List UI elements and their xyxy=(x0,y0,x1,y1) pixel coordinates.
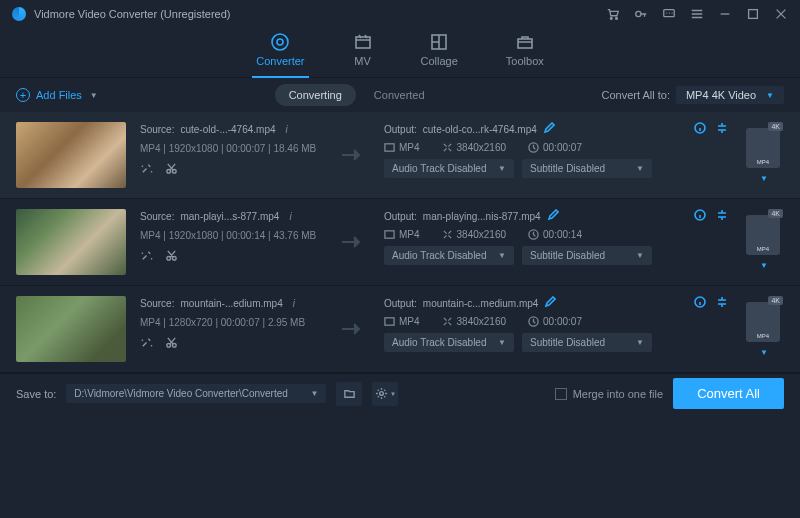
format-badge xyxy=(746,302,780,342)
spec-format: MP4 xyxy=(384,229,420,240)
chevron-down-icon: ▼ xyxy=(760,174,768,183)
chevron-down-icon: ▼ xyxy=(766,91,774,100)
save-path-dropdown[interactable]: D:\Vidmore\Vidmore Video Converter\Conve… xyxy=(66,384,326,403)
source-filename: man-playi...s-877.mp4 xyxy=(180,211,279,222)
chevron-down-icon: ▼ xyxy=(498,338,506,347)
convert-all-label: Convert All to: xyxy=(601,89,669,101)
plus-icon: + xyxy=(16,88,30,102)
video-thumbnail[interactable] xyxy=(16,296,126,362)
video-thumbnail[interactable] xyxy=(16,122,126,188)
source-meta: MP4 | 1920x1080 | 00:00:07 | 18.46 MB xyxy=(140,143,320,154)
subtab-converted[interactable]: Converted xyxy=(374,84,425,106)
key-icon[interactable] xyxy=(634,7,648,21)
subtitle-dropdown[interactable]: Subtitle Disabled▼ xyxy=(522,159,652,178)
tab-mv[interactable]: MV xyxy=(353,32,373,71)
cut-icon[interactable] xyxy=(165,162,178,177)
output-label: Output: xyxy=(384,124,417,135)
info-icon[interactable]: i xyxy=(286,124,288,135)
edit-icon[interactable] xyxy=(544,296,556,310)
effects-icon[interactable] xyxy=(140,249,153,264)
add-files-button[interactable]: + Add Files ▼ xyxy=(16,88,98,102)
spec-resolution: 3840x2160 xyxy=(442,142,507,153)
merge-label: Merge into one file xyxy=(573,388,664,400)
chevron-down-icon: ▼ xyxy=(90,91,98,100)
tab-label: Collage xyxy=(421,55,458,67)
tab-converter[interactable]: Converter xyxy=(256,32,304,71)
svg-rect-18 xyxy=(385,231,394,238)
settings-button[interactable]: ▼ xyxy=(372,382,398,406)
file-item[interactable]: Source:cute-old-...-4764.mp4i MP4 | 1920… xyxy=(0,112,800,199)
tab-label: MV xyxy=(354,55,371,67)
svg-rect-9 xyxy=(518,39,532,48)
spec-format: MP4 xyxy=(384,316,420,327)
menu-icon[interactable] xyxy=(690,7,704,21)
audio-track-dropdown[interactable]: Audio Track Disabled▼ xyxy=(384,246,514,265)
source-filename: cute-old-...-4764.mp4 xyxy=(180,124,275,135)
output-format-selector[interactable]: MP4 4K Video ▼ xyxy=(676,86,784,104)
cut-icon[interactable] xyxy=(165,336,178,351)
svg-point-1 xyxy=(616,18,618,20)
audio-track-dropdown[interactable]: Audio Track Disabled▼ xyxy=(384,333,514,352)
svg-rect-13 xyxy=(385,144,394,151)
source-meta: MP4 | 1280x720 | 00:00:07 | 2.95 MB xyxy=(140,317,320,328)
source-label: Source: xyxy=(140,298,174,309)
save-to-label: Save to: xyxy=(16,388,56,400)
info-icon[interactable] xyxy=(694,296,706,310)
tab-toolbox[interactable]: Toolbox xyxy=(506,32,544,71)
svg-point-5 xyxy=(272,34,288,50)
subtitle-dropdown[interactable]: Subtitle Disabled▼ xyxy=(522,333,652,352)
svg-point-0 xyxy=(610,18,612,20)
subtab-converting[interactable]: Converting xyxy=(275,84,356,106)
audio-track-dropdown[interactable]: Audio Track Disabled▼ xyxy=(384,159,514,178)
effects-icon[interactable] xyxy=(140,336,153,351)
info-icon[interactable]: i xyxy=(289,211,291,222)
minimize-button[interactable] xyxy=(718,7,732,21)
info-icon[interactable] xyxy=(694,209,706,223)
item-format-selector[interactable]: ▼ xyxy=(742,296,784,362)
chevron-down-icon: ▼ xyxy=(760,348,768,357)
maximize-button[interactable] xyxy=(746,7,760,21)
effects-icon[interactable] xyxy=(140,162,153,177)
convert-all-button[interactable]: Convert All xyxy=(673,378,784,409)
subtitle-dropdown[interactable]: Subtitle Disabled▼ xyxy=(522,246,652,265)
chevron-down-icon: ▼ xyxy=(636,164,644,173)
tab-collage[interactable]: Collage xyxy=(421,32,458,71)
arrow-icon xyxy=(334,122,370,188)
chevron-down-icon: ▼ xyxy=(498,164,506,173)
source-meta: MP4 | 1920x1080 | 00:00:14 | 43.76 MB xyxy=(140,230,320,241)
item-format-selector[interactable]: ▼ xyxy=(742,209,784,275)
main-tabs: Converter MV Collage Toolbox xyxy=(0,28,800,78)
format-badge xyxy=(746,215,780,255)
source-label: Source: xyxy=(140,124,174,135)
info-icon[interactable] xyxy=(694,122,706,136)
output-label: Output: xyxy=(384,211,417,222)
edit-icon[interactable] xyxy=(547,209,559,223)
svg-rect-4 xyxy=(749,10,758,19)
video-thumbnail[interactable] xyxy=(16,209,126,275)
compress-icon[interactable] xyxy=(716,209,728,223)
edit-icon[interactable] xyxy=(543,122,555,136)
cut-icon[interactable] xyxy=(165,249,178,264)
open-folder-button[interactable] xyxy=(336,382,362,406)
item-format-selector[interactable]: ▼ xyxy=(742,122,784,188)
merge-checkbox[interactable]: Merge into one file xyxy=(555,388,664,400)
svg-point-6 xyxy=(277,39,283,45)
output-filename: cute-old-co...rk-4764.mp4 xyxy=(423,124,537,135)
compress-icon[interactable] xyxy=(716,122,728,136)
cart-icon[interactable] xyxy=(606,7,620,21)
info-icon[interactable]: i xyxy=(293,298,295,309)
file-item[interactable]: Source:man-playi...s-877.mp4i MP4 | 1920… xyxy=(0,199,800,286)
output-label: Output: xyxy=(384,298,417,309)
mv-icon xyxy=(353,32,373,52)
chevron-down-icon: ▼ xyxy=(760,261,768,270)
spec-format: MP4 xyxy=(384,142,420,153)
svg-rect-23 xyxy=(385,318,394,325)
spec-resolution: 3840x2160 xyxy=(442,316,507,327)
compress-icon[interactable] xyxy=(716,296,728,310)
output-filename: mountain-c...medium.mp4 xyxy=(423,298,539,309)
feedback-icon[interactable] xyxy=(662,7,676,21)
window-title: Vidmore Video Converter (Unregistered) xyxy=(34,8,606,20)
checkbox-icon xyxy=(555,388,567,400)
file-item[interactable]: Source:mountain-...edium.mp4i MP4 | 1280… xyxy=(0,286,800,373)
close-button[interactable] xyxy=(774,7,788,21)
